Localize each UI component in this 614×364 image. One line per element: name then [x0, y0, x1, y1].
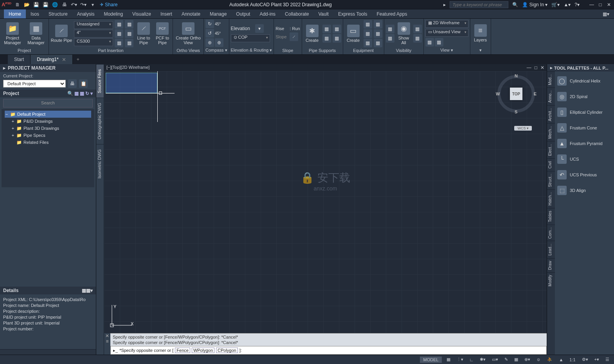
sb-more-icon[interactable]: ⋮▾: [455, 356, 465, 363]
tpv-0[interactable]: Mod...: [547, 72, 555, 88]
compass-a1[interactable]: ↻: [205, 20, 214, 28]
pm-scrollbar[interactable]: [0, 349, 96, 355]
view-b2[interactable]: ▦: [435, 38, 443, 47]
tab-addins[interactable]: Add-ins: [255, 9, 280, 18]
data-manager-button[interactable]: ▦Data Manager: [25, 20, 47, 47]
tab-structure[interactable]: Structure: [44, 9, 72, 18]
tab-insert[interactable]: Insert: [156, 9, 177, 18]
pi-btn-6[interactable]: ▦: [125, 39, 133, 47]
vp-close-icon[interactable]: ✕: [540, 65, 544, 70]
tpv-7[interactable]: Hatch...: [547, 189, 555, 208]
maximize-button[interactable]: □: [597, 2, 604, 8]
create-ortho-button[interactable]: ▭Create Ortho View: [175, 20, 202, 47]
tab-vault[interactable]: Vault: [313, 9, 333, 18]
named-view-dropdown[interactable]: ▭ Unsaved View: [425, 29, 468, 37]
pm-ico-1[interactable]: 🔍: [67, 91, 73, 96]
eq-b3[interactable]: ▦: [364, 39, 372, 47]
tpv-6[interactable]: Struct...: [547, 171, 555, 189]
sb-cust-icon[interactable]: ☰: [604, 356, 611, 363]
det-ico-1[interactable]: ▦: [82, 288, 86, 293]
spec-dropdown[interactable]: CS300: [74, 38, 113, 46]
compass-b1[interactable]: ⊕: [205, 38, 214, 47]
tpv-2[interactable]: Archit...: [547, 105, 555, 124]
pm-btn-1[interactable]: 🖶: [68, 79, 77, 88]
tab-close-icon[interactable]: ✕: [62, 57, 66, 63]
ps-b3[interactable]: ▦: [333, 25, 341, 33]
tab-output[interactable]: Output: [231, 9, 255, 18]
sb-polar-icon[interactable]: ✱▾: [478, 356, 487, 363]
sb-peop-icon[interactable]: ⛭: [535, 357, 542, 363]
vp-max-icon[interactable]: □: [535, 65, 537, 70]
command-line[interactable]: ▸_ *Specify opposite corner or [ Fence W…: [110, 346, 547, 355]
viewcube[interactable]: TOP N S E W: [497, 75, 535, 113]
sb-gizmo-icon[interactable]: ⊕▾: [523, 356, 532, 363]
sb-model[interactable]: MODEL: [420, 357, 441, 363]
pm-ico-4[interactable]: ↻: [85, 91, 89, 96]
sb-anno-icon[interactable]: ▲: [557, 357, 565, 363]
vis-b2[interactable]: ▦: [386, 34, 394, 43]
tab-analysis[interactable]: Analysis: [72, 9, 99, 18]
eq-create-button[interactable]: ▭Create: [345, 20, 362, 47]
sb-scale[interactable]: 1:1: [568, 357, 577, 363]
ps-b1[interactable]: ▦: [322, 25, 331, 33]
vp-min-icon[interactable]: —: [527, 65, 531, 70]
vis-b4[interactable]: ▦: [413, 34, 422, 43]
viewport-label[interactable]: [−][Top][2D Wireframe]: [106, 65, 149, 70]
share-link[interactable]: ✈ Share: [100, 2, 117, 7]
pcf-to-pipe-button[interactable]: PCFPCF to Pipe: [154, 20, 171, 47]
signin-button[interactable]: 👤 Sign In ▾: [522, 2, 547, 7]
qat-more-icon[interactable]: ▾: [90, 2, 96, 8]
eq-b5[interactable]: ▦: [374, 29, 382, 38]
eq-b1[interactable]: ▦: [364, 20, 372, 29]
ps-b2[interactable]: ▦: [322, 34, 331, 43]
eq-b6[interactable]: ▦: [374, 39, 382, 47]
project-manager-button[interactable]: 📁Project Manager: [2, 20, 23, 47]
tab-start[interactable]: Start: [8, 55, 31, 64]
tp-item-cone[interactable]: △Frustum Cone: [556, 120, 613, 136]
tree-p3d[interactable]: +📁Plant 3D Drawings: [5, 125, 91, 132]
search-trigger-icon[interactable]: ▸: [443, 2, 446, 7]
compass-a2[interactable]: ↺: [205, 29, 214, 38]
tab-visualize[interactable]: Visualize: [128, 9, 156, 18]
cmd-opt-fence[interactable]: Fence: [175, 348, 190, 353]
pm-ico-3[interactable]: ▦: [80, 91, 84, 96]
det-ico-2[interactable]: ▦: [86, 288, 90, 293]
search-icon[interactable]: 🔍: [512, 2, 518, 7]
sb-dyn-icon[interactable]: ✎: [503, 356, 510, 363]
tpv-1[interactable]: Anno...: [547, 88, 555, 105]
tp-item-ellcyl[interactable]: ▯Elliptical Cylinder: [556, 104, 613, 120]
redo-icon[interactable]: ↷▾: [80, 2, 86, 8]
tpv-8[interactable]: Tables: [547, 208, 555, 224]
tab-collaborate[interactable]: Collaborate: [280, 9, 313, 18]
tab-home[interactable]: Home: [4, 9, 26, 18]
vtab-ortho[interactable]: Orthographic DWG: [96, 98, 104, 144]
tpv-10[interactable]: Lead...: [547, 241, 555, 258]
open-icon[interactable]: 📂: [24, 2, 30, 8]
eq-b4[interactable]: ▦: [374, 20, 382, 29]
tab-modeling[interactable]: Modeling: [99, 9, 128, 18]
tp-item-spiral[interactable]: ◎2D Spiral: [556, 89, 613, 104]
ps-create-button[interactable]: ✱Create: [304, 20, 321, 47]
tab-drawing1[interactable]: Drawing1*✕: [31, 55, 72, 64]
tab-express[interactable]: Express Tools: [333, 9, 372, 18]
canvas[interactable]: TOP N S E W WCS ▾ 🔒 安下载 anxz.com YX: [104, 71, 547, 333]
tab-isos[interactable]: Isos: [26, 9, 44, 18]
wcs-badge[interactable]: WCS ▾: [514, 126, 532, 131]
pi-btn-4[interactable]: ▦: [125, 20, 133, 29]
vis-b3[interactable]: ▦: [413, 25, 422, 33]
tpv-3[interactable]: Mech...: [547, 123, 555, 141]
cmd-close-icon[interactable]: ✕: [104, 333, 110, 339]
det-ico-3[interactable]: ▾: [90, 288, 93, 293]
pm-btn-2[interactable]: 📋: [79, 79, 88, 88]
cart-icon[interactable]: 🛒▾: [551, 2, 560, 7]
tp-item-3dalign[interactable]: ⬚3D Align: [556, 183, 613, 198]
tree-pipe[interactable]: +📁Pipe Specs: [5, 132, 91, 139]
sb-osnap-icon[interactable]: ▭▾: [490, 356, 500, 363]
tree-related[interactable]: 📁Related Files: [5, 139, 91, 146]
layers-button[interactable]: ≡Layers: [472, 20, 489, 47]
vtab-iso[interactable]: Isometric DWG: [96, 144, 104, 183]
tree-pid[interactable]: +📁P&ID Drawings: [5, 118, 91, 125]
ribbon-app-icon[interactable]: ▦▾: [598, 9, 614, 18]
new-icon[interactable]: 🗎: [14, 2, 21, 8]
tp-item-ucs[interactable]: └UCS: [556, 151, 613, 167]
